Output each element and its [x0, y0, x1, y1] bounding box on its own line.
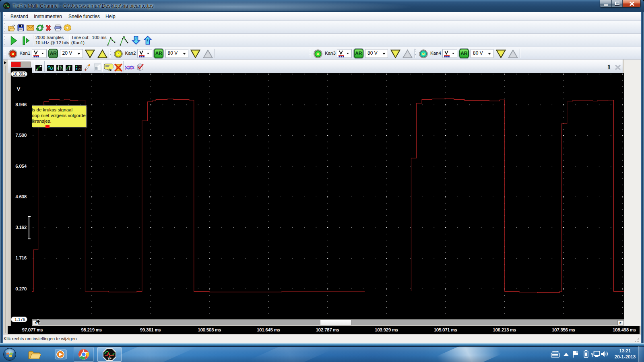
svg-text:t: t — [147, 37, 149, 43]
svg-text:CH1: CH1 — [78, 66, 82, 68]
svg-text:CH2: CH2 — [78, 68, 82, 70]
svg-text:TP: TP — [107, 357, 112, 360]
svg-text:t: t — [135, 35, 137, 41]
